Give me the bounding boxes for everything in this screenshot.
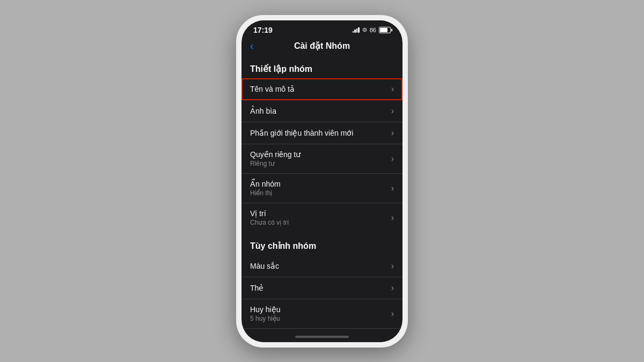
wifi-icon: ⊜ [362, 26, 367, 33]
chevron-icon: › [391, 154, 394, 164]
section-header-custom: Tùy chỉnh nhóm [241, 232, 402, 255]
battery-icon [379, 27, 391, 33]
menu-item-anh-bia[interactable]: Ảnh bìa › [241, 100, 402, 122]
item-label-anh-bia: Ảnh bìa [250, 107, 276, 115]
content-scroll[interactable]: Thiết lập nhóm Tên và mô tả › Ảnh bìa › … [241, 55, 402, 331]
phone-screen: 17:19 ⊜ 86 ‹ Cài đặt Nhóm [241, 20, 402, 342]
item-label-an-nhom: Ẩn nhóm [250, 180, 281, 188]
menu-item-the[interactable]: Thẻ › [241, 277, 402, 299]
back-button[interactable]: ‹ [250, 40, 254, 52]
item-sublabel-huy-hieu: 5 huy hiệu [250, 315, 280, 322]
chevron-icon: › [391, 84, 394, 94]
menu-item-huy-hieu[interactable]: Huy hiệu 5 huy hiệu › [241, 299, 402, 329]
menu-item-ten-va-mo-ta[interactable]: Tên và mô tả › [241, 78, 402, 100]
phone-frame: 17:19 ⊜ 86 ‹ Cài đặt Nhóm [236, 15, 408, 348]
home-indicator [241, 331, 402, 342]
status-bar: 17:19 ⊜ 86 [241, 20, 402, 38]
home-bar [295, 336, 349, 338]
menu-item-mau-sac[interactable]: Màu sắc › [241, 255, 402, 277]
item-label-quyen-rieng-tu: Quyền riêng tư [250, 150, 301, 159]
menu-item-vi-tri[interactable]: Vị trí Chưa có vị trí › [241, 203, 402, 232]
menu-item-phan-gioi-thieu[interactable]: Phần giới thiệu thành viên mới › [241, 122, 402, 144]
menu-item-an-nhom[interactable]: Ẩn nhóm Hiển thị › [241, 174, 402, 203]
item-label-phan-gioi-thieu: Phần giới thiệu thành viên mới [250, 129, 353, 137]
section-custom: Tùy chỉnh nhóm Màu sắc › Thẻ › Huy hiệu [241, 232, 402, 331]
chevron-icon: › [391, 128, 394, 138]
chevron-icon: › [391, 283, 394, 293]
item-label-mau-sac: Màu sắc [250, 262, 279, 270]
status-icons: ⊜ 86 [353, 26, 391, 33]
item-sublabel-an-nhom: Hiển thị [250, 189, 281, 197]
section-setup: Thiết lập nhóm Tên và mô tả › Ảnh bìa › … [241, 55, 402, 232]
nav-bar: ‹ Cài đặt Nhóm [241, 38, 402, 55]
menu-item-quyen-rieng-tu[interactable]: Quyền riêng tư Riêng tư › [241, 144, 402, 174]
nav-title: Cài đặt Nhóm [294, 41, 350, 51]
item-label-the: Thẻ [250, 284, 264, 292]
battery-label: 86 [370, 27, 376, 33]
item-label-huy-hieu: Huy hiệu [250, 305, 280, 314]
chevron-icon: › [391, 213, 394, 223]
chevron-icon: › [391, 183, 394, 193]
item-sublabel-quyen-rieng-tu: Riêng tư [250, 160, 301, 167]
chevron-icon: › [391, 261, 394, 271]
chevron-icon: › [391, 106, 394, 116]
item-label-vi-tri: Vị trí [250, 209, 289, 218]
signal-icon [353, 27, 360, 33]
item-sublabel-vi-tri: Chưa có vị trí [250, 219, 289, 226]
section-header-setup: Thiết lập nhóm [241, 55, 402, 78]
chevron-icon: › [391, 309, 394, 319]
status-time: 17:19 [253, 26, 273, 34]
item-label-ten-va-mo-ta: Tên và mô tả [250, 85, 295, 93]
